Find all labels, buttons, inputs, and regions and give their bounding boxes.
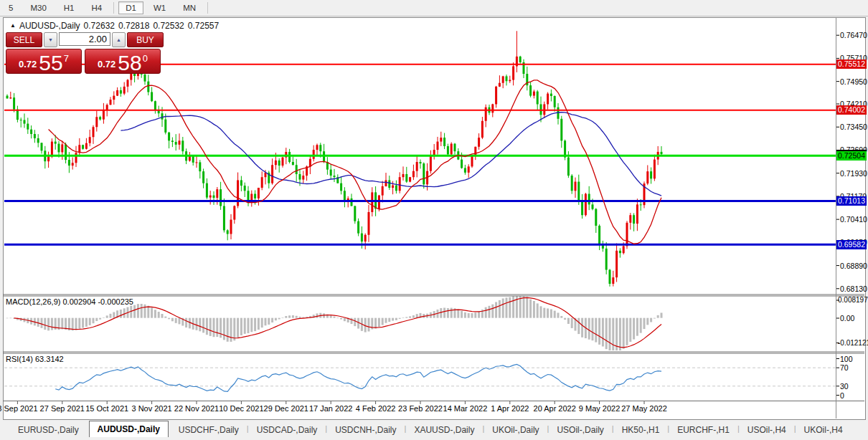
candle — [529, 85, 532, 95]
candle — [646, 171, 648, 183]
moving-average-line — [121, 113, 661, 196]
candle — [313, 150, 315, 159]
candle — [412, 171, 415, 177]
chart-tab-UKOil-H4[interactable]: UKOil-,H4 — [796, 423, 851, 437]
chart-tab-UKOil-Daily[interactable]: UKOil-,Daily — [484, 423, 547, 437]
chart-tab-HK50-H1[interactable]: HK50-,H1 — [614, 423, 668, 437]
candle — [168, 133, 170, 140]
macd-histogram-bar — [471, 313, 473, 318]
candle — [58, 144, 60, 153]
candle — [24, 120, 26, 123]
macd-axis-label: 0.00 — [840, 314, 854, 322]
candle — [402, 174, 405, 177]
macd-histogram-bar — [478, 312, 480, 318]
rsi-name: RSI(14) — [6, 355, 33, 363]
chart-tab-EURUSD-Daily[interactable]: EURUSD-,Daily — [10, 423, 87, 437]
macd-histogram-bar — [106, 315, 108, 317]
candle — [395, 186, 397, 191]
ohlc-open: 0.72632 — [84, 21, 115, 31]
macd-histogram-bar — [474, 312, 476, 318]
macd-histogram-bar — [196, 318, 198, 330]
candle — [560, 119, 562, 141]
macd-histogram-bar — [334, 317, 336, 318]
macd-histogram-bar — [626, 318, 628, 345]
candle — [75, 153, 77, 163]
macd-histogram-bar — [213, 318, 215, 338]
macd-histogram-bar — [547, 308, 549, 317]
chart-tab-USDCHF-Daily[interactable]: USDCHF-,Daily — [171, 423, 247, 437]
macd-axis-label: -0.012121 — [838, 339, 868, 348]
chart-tab-USDCAD-Daily[interactable]: USDCAD-,Daily — [249, 423, 326, 437]
candle — [502, 76, 504, 82]
candle — [202, 171, 204, 183]
ohlc-close: 0.72557 — [188, 21, 219, 31]
candle — [512, 66, 514, 80]
candle — [65, 144, 67, 160]
buy-button[interactable]: BUY — [127, 32, 164, 47]
candle — [499, 83, 501, 87]
candle — [34, 134, 36, 138]
candle — [471, 156, 473, 167]
price-level-badge: 0.72504 — [836, 151, 867, 161]
macd-histogram-bar — [577, 318, 580, 334]
macd-histogram-bar — [223, 318, 225, 340]
candle — [199, 162, 201, 171]
chart-tab-USDCNH-Daily[interactable]: USDCNH-,Daily — [327, 423, 404, 437]
one-click-trading-panel: SELL ▼ ▲ BUY 0.72 55 7 0.72 58 0 — [6, 32, 164, 74]
volume-increase-button[interactable]: ▲ — [112, 32, 126, 47]
candle — [233, 206, 235, 219]
chart-tab-AUDUSD-Daily[interactable]: AUDUSD-,Daily — [89, 421, 169, 437]
date-tick-label: 27 Sep 2021 — [40, 404, 85, 413]
macd-histogram-bar — [443, 308, 445, 318]
candle — [440, 138, 442, 142]
candle — [106, 105, 108, 110]
date-tick-label: 10 Dec 2021 — [219, 404, 263, 413]
price-tick-label: 0.73450 — [840, 123, 867, 131]
candle — [275, 161, 277, 165]
macd-histogram-bar — [595, 318, 597, 343]
macd-histogram-bar — [278, 318, 280, 320]
chart-tab-USOil-H4[interactable]: USOil-,H4 — [740, 423, 794, 437]
macd-histogram-bar — [268, 318, 270, 325]
candle — [592, 204, 594, 209]
chart-tab-XAUUSD-Daily[interactable]: XAUUSD-,Daily — [406, 423, 482, 437]
sell-price-display[interactable]: 0.72 55 7 — [6, 49, 82, 74]
macd-histogram-bar — [175, 318, 177, 323]
candle — [181, 140, 184, 151]
macd-histogram-bar — [567, 318, 570, 324]
candle — [319, 145, 321, 151]
macd-histogram-bar — [113, 312, 115, 318]
candle — [240, 180, 242, 186]
candle — [309, 159, 311, 167]
macd-histogram-bar — [330, 315, 332, 317]
buy-price-display[interactable]: 0.72 58 0 — [85, 49, 161, 74]
chart-tab-USOil-Daily[interactable]: USOil-,Daily — [549, 423, 611, 437]
candle — [629, 215, 631, 223]
candle — [575, 182, 577, 191]
chart-header: ▲ AUDUSD-,Daily 0.72632 0.72818 0.72532 … — [10, 21, 219, 31]
macd-histogram-bar — [512, 296, 514, 317]
macd-histogram-bar — [619, 318, 621, 350]
sell-button[interactable]: SELL — [6, 32, 42, 47]
macd-histogram-bar — [220, 318, 222, 338]
candle — [282, 158, 284, 166]
macd-histogram-bar — [99, 318, 101, 320]
candle — [585, 194, 587, 216]
macd-histogram-bar — [240, 318, 242, 335]
chart-tab-EURCHF-H1[interactable]: EURCHF-,H1 — [669, 423, 737, 437]
date-tick-label: 27 May 2022 — [621, 404, 667, 413]
macd-histogram-bar — [271, 318, 273, 322]
macd-histogram-bar — [519, 296, 522, 318]
macd-histogram-bar — [509, 297, 511, 318]
candle — [227, 230, 229, 234]
macd-histogram-bar — [72, 318, 74, 331]
macd-histogram-bar — [588, 318, 590, 340]
candle — [619, 251, 621, 253]
ohlc-low: 0.72532 — [153, 21, 184, 31]
volume-decrease-button[interactable]: ▼ — [44, 32, 57, 47]
volume-input[interactable] — [59, 32, 110, 46]
rsi-axis-label: 0 — [840, 391, 844, 400]
macd-indicator-label: MACD(12,26,9) 0.002904 -0.000235 — [6, 297, 133, 306]
collapse-icon[interactable]: ▲ — [10, 22, 16, 29]
macd-histogram-bar — [336, 317, 339, 318]
